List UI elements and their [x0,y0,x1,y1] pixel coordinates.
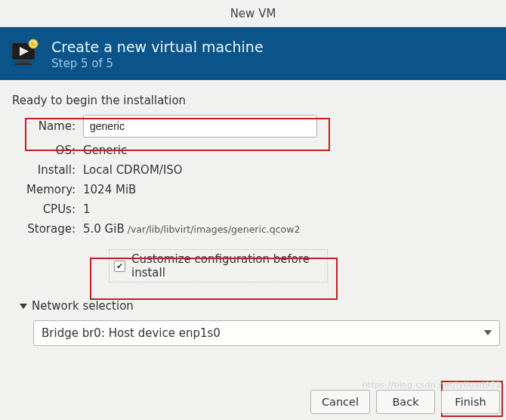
back-button[interactable]: Back [376,390,435,414]
customize-checkbox[interactable]: ✔ [114,261,125,272]
finish-button[interactable]: Finish [441,390,500,414]
check-icon: ✔ [116,262,123,270]
value-storage-size: 5.0 GiB [83,222,125,236]
svg-point-4 [29,39,38,48]
svg-marker-7 [20,304,27,309]
value-os: Generic [83,144,343,157]
network-selection-label: Network selection [32,299,134,313]
svg-rect-5 [32,42,33,46]
svg-rect-2 [18,61,29,63]
wizard-buttons: Cancel Back Finish [310,390,500,414]
name-input[interactable] [83,115,317,137]
network-selected: Bridge br0: Host device enp1s0 [42,326,221,340]
window-title: New VM [230,7,276,20]
wizard-title: Create a new virtual machine [51,39,264,55]
value-memory: 1024 MiB [83,183,343,196]
network-combobox[interactable]: Bridge br0: Host device enp1s0 [33,320,500,346]
customize-label: Customize configuration before install [131,252,322,279]
watermark: https://blog.csdn.net/lylload972 [363,380,501,390]
svg-rect-6 [34,44,35,46]
label-install: Install: [11,163,76,177]
value-install: Local CDROM/ISO [83,163,343,177]
window-titlebar[interactable]: New VM [0,0,506,27]
wizard-step: Step 5 of 5 [51,57,264,70]
summary-grid: Name: OS: Generic Install: Local CDROM/I… [11,115,343,236]
svg-marker-8 [484,330,492,335]
vm-monitor-icon [11,39,41,71]
label-cpus: CPUs: [11,202,76,216]
chevron-down-icon [484,329,492,338]
cancel-button[interactable]: Cancel [310,390,370,414]
network-selection-expander[interactable]: Network selection [20,299,495,313]
svg-rect-3 [15,63,32,65]
ready-label: Ready to begin the installation [12,94,495,107]
label-name: Name: [11,119,76,133]
customize-row[interactable]: ✔ Customize configuration before install [109,249,328,283]
label-os: OS: [11,144,76,157]
label-storage: Storage: [11,222,76,236]
label-memory: Memory: [11,183,76,196]
wizard-header: Create a new virtual machine Step 5 of 5 [0,27,506,80]
triangle-down-icon [20,299,27,313]
value-storage-path: /var/lib/libvirt/images/generic.qcow2 [128,224,301,235]
wizard-content: Ready to begin the installation Name: OS… [0,80,506,346]
value-cpus: 1 [83,202,343,216]
